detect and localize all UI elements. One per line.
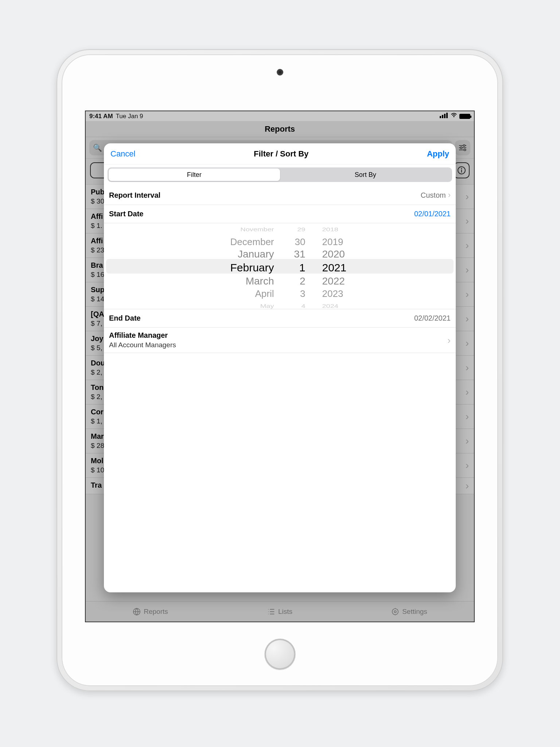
- picker-item[interactable]: 2019: [322, 236, 351, 248]
- picker-item[interactable]: November: [209, 225, 274, 234]
- affiliate-manager-value: All Account Managers: [109, 341, 451, 349]
- picker-year-column[interactable]: 2018201920202021202220232024: [319, 223, 351, 309]
- svg-point-17: [392, 608, 398, 615]
- modal-title: Filter / Sort By: [254, 149, 308, 159]
- report-interval-row[interactable]: Report Interval Custom ›: [104, 186, 456, 205]
- tab-lists[interactable]: Lists: [215, 601, 345, 622]
- picker-item[interactable]: 2023: [322, 287, 351, 300]
- tab-reports-label: Reports: [144, 608, 168, 616]
- status-time: 9:41 AM: [89, 113, 113, 120]
- svg-point-18: [394, 611, 396, 613]
- date-picker[interactable]: NovemberDecemberJanuaryFebruaryMarchApri…: [104, 223, 456, 309]
- picker-item[interactable]: 2021: [322, 260, 351, 275]
- report-interval-value: Custom ›: [421, 190, 451, 200]
- camera: [277, 69, 283, 76]
- picker-item[interactable]: 3: [287, 287, 306, 300]
- segmented-control[interactable]: Filter Sort By: [108, 167, 452, 182]
- home-button[interactable]: [264, 639, 295, 670]
- end-date-value: 02/02/2021: [414, 314, 451, 322]
- apply-button[interactable]: Apply: [427, 149, 449, 159]
- signal-icon: [440, 113, 448, 120]
- end-date-label: End Date: [109, 314, 141, 322]
- affiliate-manager-row[interactable]: Affiliate Manager All Account Managers: [104, 328, 456, 353]
- chevron-right-icon: ›: [448, 190, 451, 200]
- start-date-label: Start Date: [109, 210, 143, 218]
- svg-point-5: [464, 149, 466, 151]
- picker-item[interactable]: 2: [287, 275, 306, 287]
- picker-item[interactable]: 29: [287, 225, 306, 234]
- picker-item[interactable]: 2018: [322, 225, 351, 234]
- tab-bar: Reports Lists Settings: [86, 601, 474, 622]
- tab-settings[interactable]: Settings: [345, 601, 474, 622]
- wifi-icon: [451, 113, 457, 119]
- filter-icon-button[interactable]: [455, 140, 470, 155]
- picker-item[interactable]: February: [209, 260, 274, 275]
- tab-reports[interactable]: Reports: [86, 601, 215, 622]
- segment-sortby[interactable]: Sort By: [280, 169, 451, 181]
- picker-item[interactable]: 30: [287, 236, 306, 248]
- end-date-row[interactable]: End Date 02/02/2021: [104, 309, 456, 328]
- page-title: Reports: [86, 121, 474, 137]
- picker-item[interactable]: May: [209, 302, 274, 309]
- ipad-bezel: Reports 🔍 Pub$ 30Affi$ 1.Affi$ 23Bra$ 16: [62, 54, 498, 686]
- picker-item[interactable]: 1: [287, 260, 306, 275]
- cancel-button[interactable]: Cancel: [110, 149, 135, 159]
- segment-filter[interactable]: Filter: [109, 169, 280, 181]
- picker-item[interactable]: March: [209, 275, 274, 287]
- picker-item[interactable]: January: [209, 248, 274, 260]
- ipad-frame: Reports 🔍 Pub$ 30Affi$ 1.Affi$ 23Bra$ 16: [57, 49, 503, 691]
- svg-rect-8: [461, 170, 462, 173]
- svg-point-4: [460, 147, 462, 149]
- status-date: Tue Jan 9: [116, 113, 143, 120]
- picker-item[interactable]: 2024: [322, 302, 351, 309]
- picker-item[interactable]: December: [209, 236, 274, 248]
- battery-icon: [459, 114, 470, 119]
- start-date-value: 02/01/2021: [414, 210, 451, 218]
- picker-item[interactable]: 2022: [322, 275, 351, 287]
- svg-point-3: [463, 145, 465, 147]
- picker-day-column[interactable]: 2930311234: [287, 223, 306, 309]
- filter-modal: Cancel Filter / Sort By Apply Filter Sor…: [104, 143, 456, 592]
- start-date-row[interactable]: Start Date 02/01/2021: [104, 205, 456, 223]
- modal-header: Cancel Filter / Sort By Apply: [104, 143, 456, 165]
- tab-settings-label: Settings: [402, 608, 427, 616]
- search-icon: 🔍: [93, 143, 102, 152]
- affiliate-manager-label: Affiliate Manager: [109, 331, 451, 340]
- report-interval-label: Report Interval: [109, 191, 160, 200]
- picker-month-column[interactable]: NovemberDecemberJanuaryFebruaryMarchApri…: [209, 223, 274, 309]
- picker-item[interactable]: 4: [287, 302, 306, 309]
- screen: Reports 🔍 Pub$ 30Affi$ 1.Affi$ 23Bra$ 16: [85, 111, 475, 622]
- status-bar: 9:41 AM Tue Jan 9: [86, 111, 474, 121]
- info-button[interactable]: [454, 162, 470, 178]
- picker-item[interactable]: April: [209, 287, 274, 300]
- picker-item[interactable]: 31: [287, 248, 306, 260]
- svg-point-7: [461, 168, 462, 169]
- tab-lists-label: Lists: [278, 608, 292, 616]
- picker-item[interactable]: 2020: [322, 248, 351, 260]
